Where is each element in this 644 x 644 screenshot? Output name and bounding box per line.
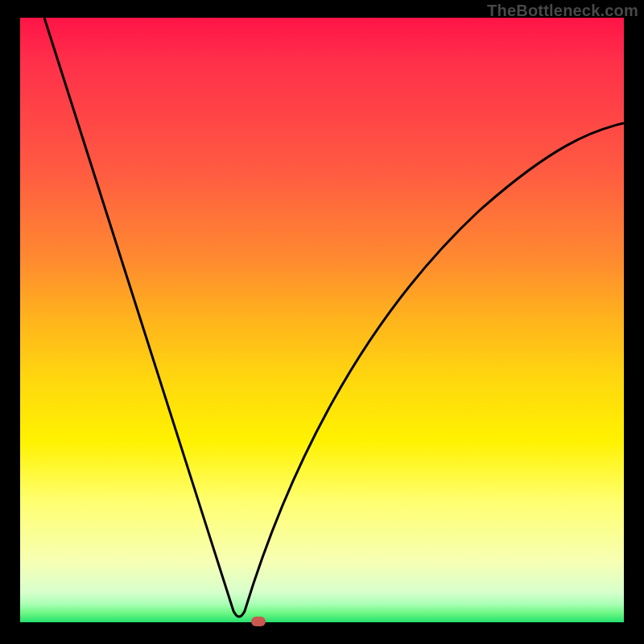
plot-area bbox=[20, 18, 624, 622]
bottleneck-curve bbox=[44, 18, 624, 617]
curve-svg bbox=[20, 18, 624, 622]
chart-container: TheBottleneck.com bbox=[0, 0, 644, 644]
optimum-marker bbox=[251, 617, 266, 626]
